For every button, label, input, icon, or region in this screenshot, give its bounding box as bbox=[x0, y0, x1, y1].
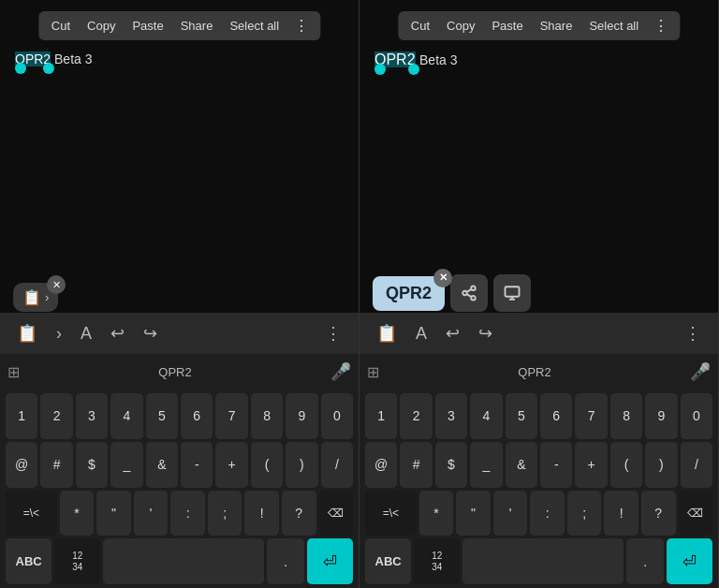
select-all-button-r[interactable]: Select all bbox=[581, 13, 646, 38]
key-at[interactable]: @ bbox=[6, 442, 37, 488]
toolbar-more-right[interactable]: ⋮ bbox=[677, 317, 709, 349]
key-colon-r[interactable]: : bbox=[530, 491, 565, 537]
cut-button-r[interactable]: Cut bbox=[404, 13, 437, 38]
key-slash-r[interactable]: / bbox=[681, 442, 712, 488]
key-dollar[interactable]: $ bbox=[76, 442, 108, 488]
key-semicolon-r[interactable]: ; bbox=[567, 491, 602, 537]
key-abc[interactable]: ABC bbox=[6, 538, 51, 584]
key-asterisk-r[interactable]: * bbox=[419, 491, 454, 537]
format-text-icon-r[interactable]: A bbox=[408, 318, 434, 349]
more-options-button-r[interactable]: ⋮ bbox=[648, 13, 674, 38]
key-7-r[interactable]: 7 bbox=[575, 393, 607, 439]
suggestion-label-left[interactable]: QPR2 bbox=[27, 365, 323, 379]
key-plus[interactable]: + bbox=[215, 442, 247, 488]
key-2[interactable]: 2 bbox=[40, 393, 72, 439]
key-dquote[interactable]: " bbox=[96, 491, 131, 537]
key-lparen[interactable]: ( bbox=[251, 442, 283, 488]
key-slash[interactable]: / bbox=[321, 442, 353, 488]
key-squote[interactable]: ' bbox=[134, 491, 169, 537]
key-question-r[interactable]: ? bbox=[641, 491, 676, 537]
clipboard-share-btn[interactable] bbox=[450, 274, 488, 312]
key-space[interactable] bbox=[103, 538, 264, 584]
clipboard-toolbar-icon[interactable]: 📋 bbox=[9, 317, 45, 349]
copy-button[interactable]: Copy bbox=[80, 13, 123, 38]
redo-icon[interactable]: ↪ bbox=[136, 317, 165, 349]
undo-icon[interactable]: ↩ bbox=[103, 317, 132, 349]
key-6[interactable]: 6 bbox=[181, 393, 213, 439]
clipboard-chip-close[interactable]: ✕ bbox=[433, 269, 452, 287]
key-period[interactable]: . bbox=[267, 538, 303, 584]
paste-button[interactable]: Paste bbox=[125, 13, 170, 38]
key-4-r[interactable]: 4 bbox=[470, 393, 502, 439]
key-backspace[interactable]: ⌫ bbox=[319, 491, 354, 537]
key-lparen-r[interactable]: ( bbox=[610, 442, 642, 488]
mic-icon-left[interactable]: 🎤 bbox=[330, 361, 351, 382]
copy-button-r[interactable]: Copy bbox=[439, 13, 482, 38]
key-backspace-r[interactable]: ⌫ bbox=[679, 491, 713, 537]
left-handle-r[interactable] bbox=[374, 64, 386, 75]
key-dquote-r[interactable]: " bbox=[456, 491, 491, 537]
key-7[interactable]: 7 bbox=[215, 393, 247, 439]
share-button[interactable]: Share bbox=[173, 13, 221, 38]
key-9[interactable]: 9 bbox=[286, 393, 317, 439]
cut-button[interactable]: Cut bbox=[44, 13, 78, 38]
key-asterisk[interactable]: * bbox=[60, 491, 95, 537]
key-enter-r[interactable]: ⏎ bbox=[667, 538, 712, 584]
key-2-r[interactable]: 2 bbox=[400, 393, 432, 439]
right-handle[interactable] bbox=[43, 63, 54, 74]
key-equals[interactable]: =\< bbox=[6, 491, 57, 537]
left-handle[interactable] bbox=[15, 63, 26, 74]
key-5[interactable]: 5 bbox=[146, 393, 178, 439]
key-at-r[interactable]: @ bbox=[365, 442, 397, 488]
mic-icon-right[interactable]: 🎤 bbox=[690, 361, 711, 382]
key-6-r[interactable]: 6 bbox=[540, 393, 572, 439]
clipboard-screen-btn[interactable] bbox=[493, 274, 531, 312]
key-minus-r[interactable]: - bbox=[540, 442, 572, 488]
key-numpad[interactable]: 1234 bbox=[54, 538, 100, 584]
key-dollar-r[interactable]: $ bbox=[435, 442, 467, 488]
key-4[interactable]: 4 bbox=[110, 393, 142, 439]
key-underscore-r[interactable]: _ bbox=[470, 442, 502, 488]
key-plus-r[interactable]: + bbox=[575, 442, 607, 488]
key-3[interactable]: 3 bbox=[76, 393, 108, 439]
key-semicolon[interactable]: ; bbox=[208, 491, 242, 537]
key-abc-r[interactable]: ABC bbox=[365, 538, 411, 584]
key-3-r[interactable]: 3 bbox=[435, 393, 467, 439]
key-0[interactable]: 0 bbox=[321, 393, 353, 439]
format-text-icon[interactable]: A bbox=[73, 318, 99, 349]
paste-button-r[interactable]: Paste bbox=[484, 13, 530, 38]
key-hash[interactable]: # bbox=[40, 442, 72, 488]
select-all-button[interactable]: Select all bbox=[222, 13, 286, 38]
key-numpad-r[interactable]: 1234 bbox=[414, 538, 460, 584]
key-question[interactable]: ? bbox=[282, 491, 316, 537]
key-rparen[interactable]: ) bbox=[286, 442, 317, 488]
key-ampersand[interactable]: & bbox=[146, 442, 178, 488]
key-exclaim-r[interactable]: ! bbox=[604, 491, 638, 537]
key-1[interactable]: 1 bbox=[6, 393, 37, 439]
key-rparen-r[interactable]: ) bbox=[645, 442, 677, 488]
key-8-r[interactable]: 8 bbox=[610, 393, 642, 439]
clipboard-close-left[interactable]: ✕ bbox=[47, 275, 66, 294]
key-ampersand-r[interactable]: & bbox=[506, 442, 537, 488]
key-enter[interactable]: ⏎ bbox=[307, 538, 353, 584]
right-handle-r[interactable] bbox=[408, 64, 419, 75]
clipboard-toolbar-icon-r[interactable]: 📋 bbox=[369, 317, 404, 349]
key-period-r[interactable]: . bbox=[626, 538, 663, 584]
key-0-r[interactable]: 0 bbox=[681, 393, 712, 439]
key-5-r[interactable]: 5 bbox=[506, 393, 537, 439]
key-space-r[interactable] bbox=[462, 538, 624, 584]
key-underscore[interactable]: _ bbox=[110, 442, 142, 488]
key-colon[interactable]: : bbox=[170, 491, 205, 537]
key-equals-r[interactable]: =\< bbox=[365, 491, 417, 537]
key-squote-r[interactable]: ' bbox=[493, 491, 528, 537]
share-button-r[interactable]: Share bbox=[533, 13, 580, 38]
redo-icon-r[interactable]: ↪ bbox=[471, 317, 500, 349]
toolbar-more-left[interactable]: ⋮ bbox=[317, 317, 349, 349]
key-minus[interactable]: - bbox=[181, 442, 213, 488]
undo-icon-r[interactable]: ↩ bbox=[438, 317, 467, 349]
key-exclaim[interactable]: ! bbox=[244, 491, 279, 537]
suggestion-label-right[interactable]: QPR2 bbox=[387, 365, 682, 379]
more-options-button[interactable]: ⋮ bbox=[288, 13, 315, 38]
clipboard-chip[interactable]: ✕ QPR2 bbox=[373, 276, 445, 311]
key-1-r[interactable]: 1 bbox=[365, 393, 397, 439]
